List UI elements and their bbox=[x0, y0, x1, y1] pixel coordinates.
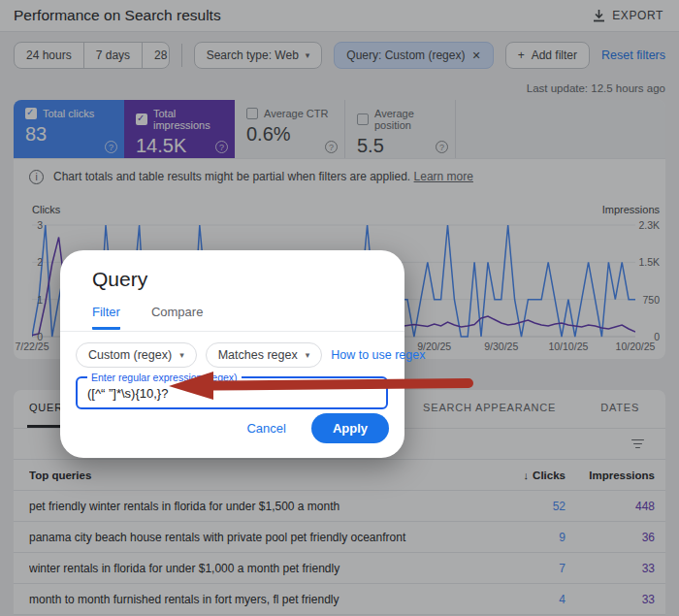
annotation-arrow bbox=[165, 367, 480, 405]
search-console-performance-page: Performance on Search results EXPORT 24 … bbox=[0, 0, 679, 616]
operator-dropdown[interactable]: Matches regex ▾ bbox=[206, 342, 323, 368]
chevron-down-icon: ▾ bbox=[306, 350, 310, 360]
cancel-button[interactable]: Cancel bbox=[246, 421, 285, 436]
chevron-down-icon: ▾ bbox=[179, 350, 184, 360]
regex-help-link[interactable]: How to use regex bbox=[331, 348, 425, 362]
dialog-actions: Cancel Apply bbox=[246, 413, 389, 443]
dialog-title: Query bbox=[92, 268, 147, 291]
apply-button[interactable]: Apply bbox=[311, 413, 389, 443]
match-type-dropdown[interactable]: Custom (regex) ▾ bbox=[76, 342, 197, 368]
dialog-tab-compare[interactable]: Compare bbox=[151, 305, 203, 330]
query-filter-dialog: Query FilterCompare Custom (regex) ▾ Mat… bbox=[60, 250, 404, 458]
match-type-value: Custom (regex) bbox=[88, 348, 172, 362]
dialog-tab-filter[interactable]: Filter bbox=[92, 305, 120, 330]
dialog-filter-controls: Custom (regex) ▾ Matches regex ▾ How to … bbox=[76, 342, 425, 368]
dialog-tabs: FilterCompare bbox=[92, 305, 203, 330]
dialog-tab-divider bbox=[60, 331, 404, 332]
operator-value: Matches regex bbox=[218, 348, 298, 362]
